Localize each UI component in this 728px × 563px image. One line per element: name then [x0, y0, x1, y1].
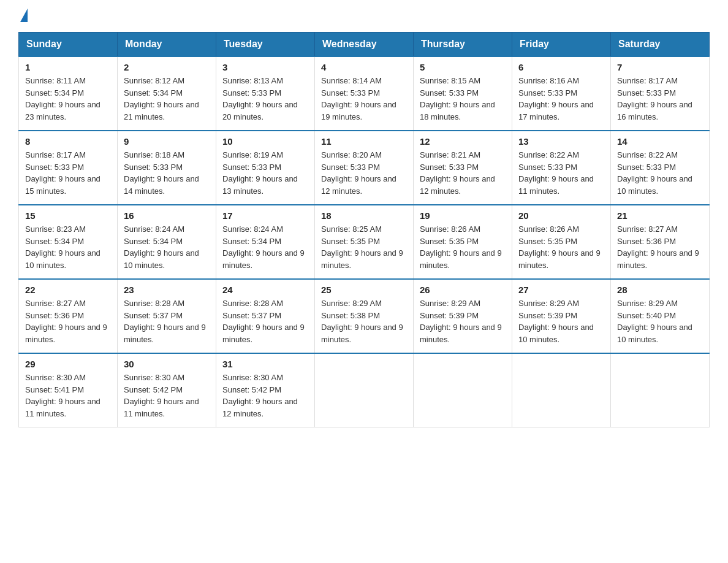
calendar-day-cell: 6 Sunrise: 8:16 AMSunset: 5:33 PMDayligh… [512, 56, 611, 131]
calendar-day-cell: 24 Sunrise: 8:28 AMSunset: 5:37 PMDaylig… [216, 279, 315, 353]
calendar-week-row: 22 Sunrise: 8:27 AMSunset: 5:36 PMDaylig… [19, 279, 710, 353]
day-info: Sunrise: 8:14 AMSunset: 5:33 PMDaylight:… [321, 76, 396, 121]
calendar-table: SundayMondayTuesdayWednesdayThursdayFrid… [18, 32, 710, 427]
day-info: Sunrise: 8:17 AMSunset: 5:33 PMDaylight:… [25, 150, 100, 196]
day-number: 29 [25, 359, 111, 369]
day-info: Sunrise: 8:30 AMSunset: 5:41 PMDaylight:… [25, 373, 100, 418]
day-number: 10 [222, 136, 308, 147]
day-number: 12 [420, 136, 506, 147]
day-info: Sunrise: 8:17 AMSunset: 5:33 PMDaylight:… [617, 76, 692, 121]
day-number: 4 [321, 62, 407, 72]
day-number: 2 [124, 62, 210, 72]
day-number: 30 [124, 359, 210, 369]
day-info: Sunrise: 8:22 AMSunset: 5:33 PMDaylight:… [518, 150, 594, 196]
day-info: Sunrise: 8:30 AMSunset: 5:42 PMDaylight:… [222, 373, 298, 418]
day-number: 6 [518, 62, 604, 72]
page-header [18, 12, 710, 26]
calendar-day-cell: 27 Sunrise: 8:29 AMSunset: 5:39 PMDaylig… [512, 279, 611, 353]
day-number: 1 [25, 62, 111, 72]
calendar-day-cell: 18 Sunrise: 8:25 AMSunset: 5:35 PMDaylig… [315, 205, 414, 279]
calendar-day-cell: 31 Sunrise: 8:30 AMSunset: 5:42 PMDaylig… [216, 353, 315, 427]
day-number: 23 [124, 285, 210, 295]
day-info: Sunrise: 8:30 AMSunset: 5:42 PMDaylight:… [124, 373, 199, 418]
calendar-day-cell [315, 353, 414, 427]
day-number: 15 [25, 210, 111, 221]
calendar-day-cell: 20 Sunrise: 8:26 AMSunset: 5:35 PMDaylig… [512, 205, 611, 279]
day-number: 9 [124, 136, 210, 147]
weekday-header-sunday: Sunday [19, 33, 118, 57]
day-number: 11 [321, 136, 407, 147]
day-number: 3 [222, 62, 308, 72]
calendar-header-row: SundayMondayTuesdayWednesdayThursdayFrid… [19, 33, 710, 57]
day-number: 8 [25, 136, 111, 147]
calendar-day-cell: 23 Sunrise: 8:28 AMSunset: 5:37 PMDaylig… [118, 279, 216, 353]
calendar-day-cell: 13 Sunrise: 8:22 AMSunset: 5:33 PMDaylig… [512, 131, 611, 205]
day-number: 25 [321, 285, 407, 295]
calendar-day-cell: 16 Sunrise: 8:24 AMSunset: 5:34 PMDaylig… [118, 205, 216, 279]
calendar-day-cell: 10 Sunrise: 8:19 AMSunset: 5:33 PMDaylig… [216, 131, 315, 205]
calendar-day-cell: 2 Sunrise: 8:12 AMSunset: 5:34 PMDayligh… [118, 56, 216, 131]
calendar-day-cell [414, 353, 512, 427]
day-info: Sunrise: 8:26 AMSunset: 5:35 PMDaylight:… [518, 224, 601, 270]
day-info: Sunrise: 8:20 AMSunset: 5:33 PMDaylight:… [321, 150, 396, 196]
day-info: Sunrise: 8:25 AMSunset: 5:35 PMDaylight:… [321, 224, 403, 270]
weekday-header-friday: Friday [512, 33, 611, 57]
day-number: 31 [222, 359, 308, 369]
day-number: 18 [321, 210, 407, 221]
weekday-header-monday: Monday [118, 33, 216, 57]
calendar-day-cell: 12 Sunrise: 8:21 AMSunset: 5:33 PMDaylig… [414, 131, 512, 205]
day-number: 22 [25, 285, 111, 295]
day-number: 16 [124, 210, 210, 221]
day-info: Sunrise: 8:29 AMSunset: 5:39 PMDaylight:… [518, 299, 594, 344]
calendar-day-cell: 25 Sunrise: 8:29 AMSunset: 5:38 PMDaylig… [315, 279, 414, 353]
day-number: 24 [222, 285, 308, 295]
day-info: Sunrise: 8:27 AMSunset: 5:36 PMDaylight:… [617, 224, 699, 270]
weekday-header-tuesday: Tuesday [216, 33, 315, 57]
day-number: 28 [617, 285, 703, 295]
calendar-day-cell: 5 Sunrise: 8:15 AMSunset: 5:33 PMDayligh… [414, 56, 512, 131]
day-info: Sunrise: 8:19 AMSunset: 5:33 PMDaylight:… [222, 150, 298, 196]
calendar-day-cell: 1 Sunrise: 8:11 AMSunset: 5:34 PMDayligh… [19, 56, 118, 131]
day-info: Sunrise: 8:29 AMSunset: 5:40 PMDaylight:… [617, 299, 692, 344]
calendar-week-row: 1 Sunrise: 8:11 AMSunset: 5:34 PMDayligh… [19, 56, 710, 131]
calendar-day-cell [512, 353, 611, 427]
day-number: 13 [518, 136, 604, 147]
day-info: Sunrise: 8:11 AMSunset: 5:34 PMDaylight:… [25, 76, 100, 121]
day-info: Sunrise: 8:29 AMSunset: 5:38 PMDaylight:… [321, 299, 403, 344]
calendar-day-cell: 17 Sunrise: 8:24 AMSunset: 5:34 PMDaylig… [216, 205, 315, 279]
calendar-day-cell: 11 Sunrise: 8:20 AMSunset: 5:33 PMDaylig… [315, 131, 414, 205]
day-info: Sunrise: 8:24 AMSunset: 5:34 PMDaylight:… [222, 224, 305, 270]
weekday-header-saturday: Saturday [611, 33, 710, 57]
calendar-day-cell: 8 Sunrise: 8:17 AMSunset: 5:33 PMDayligh… [19, 131, 118, 205]
day-number: 20 [518, 210, 604, 221]
calendar-day-cell: 14 Sunrise: 8:22 AMSunset: 5:33 PMDaylig… [611, 131, 710, 205]
calendar-day-cell: 21 Sunrise: 8:27 AMSunset: 5:36 PMDaylig… [611, 205, 710, 279]
calendar-week-row: 29 Sunrise: 8:30 AMSunset: 5:41 PMDaylig… [19, 353, 710, 427]
day-number: 17 [222, 210, 308, 221]
day-info: Sunrise: 8:16 AMSunset: 5:33 PMDaylight:… [518, 76, 594, 121]
logo [18, 12, 28, 26]
day-number: 27 [518, 285, 604, 295]
day-info: Sunrise: 8:18 AMSunset: 5:33 PMDaylight:… [124, 150, 199, 196]
calendar-day-cell: 3 Sunrise: 8:13 AMSunset: 5:33 PMDayligh… [216, 56, 315, 131]
weekday-header-thursday: Thursday [414, 33, 512, 57]
day-info: Sunrise: 8:15 AMSunset: 5:33 PMDaylight:… [420, 76, 495, 121]
day-number: 5 [420, 62, 506, 72]
calendar-day-cell: 30 Sunrise: 8:30 AMSunset: 5:42 PMDaylig… [118, 353, 216, 427]
calendar-week-row: 8 Sunrise: 8:17 AMSunset: 5:33 PMDayligh… [19, 131, 710, 205]
calendar-week-row: 15 Sunrise: 8:23 AMSunset: 5:34 PMDaylig… [19, 205, 710, 279]
day-info: Sunrise: 8:28 AMSunset: 5:37 PMDaylight:… [124, 299, 206, 344]
day-info: Sunrise: 8:29 AMSunset: 5:39 PMDaylight:… [420, 299, 502, 344]
day-info: Sunrise: 8:23 AMSunset: 5:34 PMDaylight:… [25, 224, 100, 270]
calendar-day-cell: 9 Sunrise: 8:18 AMSunset: 5:33 PMDayligh… [118, 131, 216, 205]
day-info: Sunrise: 8:24 AMSunset: 5:34 PMDaylight:… [124, 224, 199, 270]
day-info: Sunrise: 8:27 AMSunset: 5:36 PMDaylight:… [25, 299, 107, 344]
calendar-day-cell: 29 Sunrise: 8:30 AMSunset: 5:41 PMDaylig… [19, 353, 118, 427]
day-number: 19 [420, 210, 506, 221]
day-info: Sunrise: 8:22 AMSunset: 5:33 PMDaylight:… [617, 150, 692, 196]
calendar-day-cell: 19 Sunrise: 8:26 AMSunset: 5:35 PMDaylig… [414, 205, 512, 279]
day-info: Sunrise: 8:28 AMSunset: 5:37 PMDaylight:… [222, 299, 305, 344]
logo-triangle-icon [20, 9, 28, 22]
calendar-day-cell: 28 Sunrise: 8:29 AMSunset: 5:40 PMDaylig… [611, 279, 710, 353]
calendar-day-cell: 7 Sunrise: 8:17 AMSunset: 5:33 PMDayligh… [611, 56, 710, 131]
